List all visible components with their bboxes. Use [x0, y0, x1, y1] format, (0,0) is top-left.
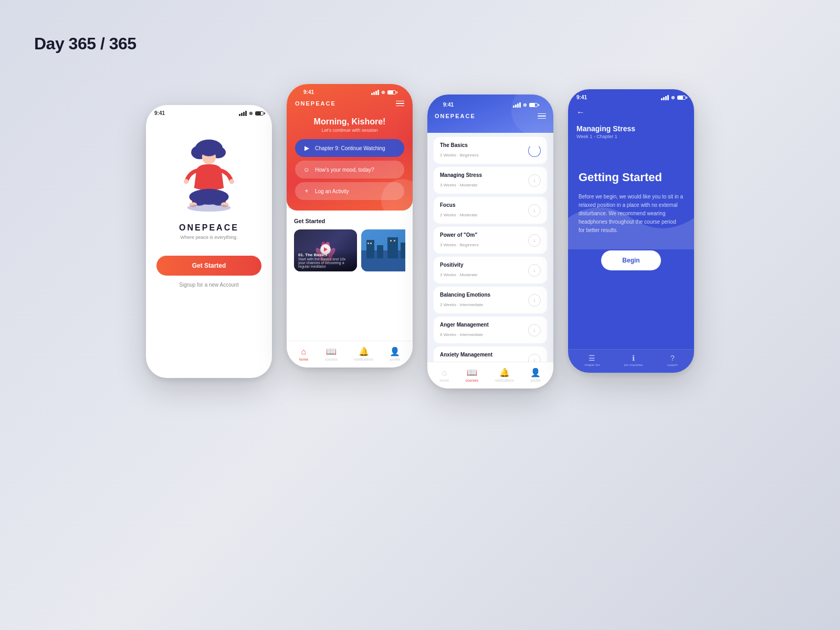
course-name-0: The Basics [440, 142, 479, 148]
nav-profile-label-3: profile [531, 379, 541, 382]
btn2-label: How's your mood, today? [315, 167, 374, 173]
course-meta-2: 2 Weeks · Moderate [440, 213, 477, 217]
app-logo-3: ONEPEACE [435, 113, 476, 119]
course-action-4[interactable]: ↓ [528, 264, 541, 277]
course-item-4[interactable]: Positivity 3 Weeks · Moderate ↓ [434, 257, 547, 284]
nav-chapter-list[interactable]: ☰ chapter list [584, 354, 600, 366]
bottom-nav-3: ⌂ home 📖 courses 🔔 notifications 👤 profi… [427, 362, 553, 388]
course-item-2[interactable]: Focus 2 Weeks · Moderate ↓ [434, 197, 547, 224]
nav-courses-label-3: courses [465, 379, 478, 382]
wave-decoration [568, 186, 694, 249]
nav-home-label-2: home [299, 358, 309, 361]
signup-link[interactable]: Signup for a new Account [179, 282, 238, 288]
course-info-7: Anxiety Management 10 Weeks · Moderate [440, 352, 492, 362]
battery-3 [529, 103, 538, 107]
course-action-5[interactable]: ↓ [528, 294, 541, 307]
nav-profile-2[interactable]: 👤 profile [390, 346, 400, 361]
course-meta-6: 6 Weeks · Intermediate [440, 332, 483, 337]
svg-rect-27 [368, 243, 369, 244]
courses-icon-2: 📖 [326, 346, 337, 356]
status-bar-2: 9:41 ⊛ [295, 84, 404, 97]
cards-row: 01. The Basics Start with the Basics and… [294, 229, 405, 271]
nav-pre-requisites[interactable]: ℹ pre requisites [624, 354, 643, 366]
course-item-5[interactable]: Balancing Emotions 2 Weeks · Intermediat… [434, 287, 547, 313]
course-action-6[interactable]: ↓ [528, 324, 541, 337]
nav-notifications-3[interactable]: 🔔 notifications [495, 368, 514, 382]
support-label: support [667, 363, 678, 366]
status-icons-2: ⊛ [371, 90, 396, 95]
page-title: Day 365 / 365 [34, 34, 136, 54]
get-started-button[interactable]: Get Started [156, 256, 261, 276]
course-info-2: Focus 2 Weeks · Moderate [440, 202, 477, 218]
home-icon-2: ⌂ [301, 347, 307, 356]
svg-rect-29 [390, 240, 392, 242]
nav-support[interactable]: ? support [667, 354, 678, 366]
card-basics[interactable]: 01. The Basics Start with the Basics and… [294, 229, 357, 271]
chapter-subtitle: Week 1 - Chapter 1 [576, 134, 686, 139]
action-buttons: ▶ Chapter 9: Continue Watching ☺ How's y… [295, 139, 404, 200]
course-item-3[interactable]: Power of "Om" 3 Weeks · Beginners ↓ [434, 227, 547, 254]
time-3: 9:41 [443, 102, 454, 108]
greeting-text: Morning, Kishore! [295, 117, 404, 127]
card-sub: Start with the Basics and 10x your chanc… [298, 257, 353, 268]
hamburger-menu[interactable] [396, 101, 404, 107]
continue-watching-btn[interactable]: ▶ Chapter 9: Continue Watching [295, 139, 404, 157]
nav-profile-3[interactable]: 👤 profile [530, 368, 541, 382]
nav-home-3[interactable]: ⌂ home [440, 368, 449, 382]
time-1: 9:41 [154, 110, 165, 116]
battery-4 [677, 96, 686, 100]
course-name-3: Power of "Om" [440, 232, 479, 238]
mood-icon: ☺ [302, 165, 311, 174]
course-meta-5: 2 Weeks · Intermediate [440, 302, 483, 307]
course-meta-0: 2 Weeks · Beginners [440, 153, 479, 158]
course-action-1[interactable]: ↓ [528, 174, 541, 187]
nav-notifications-2[interactable]: 🔔 notifications [354, 346, 373, 361]
hamburger-menu-3[interactable] [538, 113, 546, 119]
course-action-3[interactable]: ↓ [528, 234, 541, 247]
nav-courses-3[interactable]: 📖 courses [465, 368, 478, 382]
battery-icon-1 [255, 111, 264, 116]
btn3-label: Log an Activity [315, 188, 349, 194]
chapter-list-icon: ☰ [589, 354, 595, 362]
svg-rect-24 [387, 237, 398, 258]
plus-icon: + [302, 187, 311, 195]
log-activity-btn[interactable]: + Log an Activity [295, 182, 404, 200]
greeting-sub: Let's continue with session [295, 128, 404, 133]
home-header: 9:41 ⊛ ONEPEACE Morning, Kishore! Let's [287, 84, 413, 211]
app-name-splash: ONEPEACE [179, 223, 239, 233]
phone-courses: 9:41 ⊛ ONEPEACE The B [427, 94, 553, 388]
card-city[interactable] [361, 229, 405, 271]
course-info-0: The Basics 2 Weeks · Beginners [440, 142, 479, 159]
status-bar-1: 9:41 ⊛ [146, 105, 272, 118]
course-action-0[interactable] [528, 144, 541, 157]
svg-point-4 [201, 146, 217, 156]
battery-2 [387, 90, 396, 94]
svg-point-6 [229, 179, 234, 184]
status-icons-3: ⊛ [513, 102, 538, 108]
course-item-7[interactable]: Anxiety Management 10 Weeks · Moderate ↓ [434, 346, 547, 362]
course-info-6: Anger Management 6 Weeks · Intermediate [440, 322, 489, 338]
course-item-1[interactable]: Managing Stress 3 Weeks · Moderate ↓ [434, 167, 547, 194]
nav-home-label-3: home [440, 379, 449, 382]
course-item-6[interactable]: Anger Management 6 Weeks · Intermediate … [434, 317, 547, 343]
begin-button[interactable]: Begin [601, 250, 660, 270]
chapter-header: ← Managing Stress Week 1 - Chapter 1 [568, 102, 694, 139]
nav-home-2[interactable]: ⌂ home [299, 347, 309, 361]
nav-courses-2[interactable]: 📖 courses [324, 346, 338, 361]
course-action-7[interactable]: ↓ [528, 354, 541, 362]
svg-rect-23 [377, 245, 383, 258]
profile-icon-3: 👤 [530, 368, 541, 377]
nav-notif-label-3: notifications [495, 379, 514, 382]
course-action-2[interactable]: ↓ [528, 204, 541, 217]
course-item-0[interactable]: The Basics 2 Weeks · Beginners [434, 137, 547, 164]
course-name-1: Managing Stress [440, 172, 482, 178]
back-button[interactable]: ← [576, 104, 585, 120]
mood-btn[interactable]: ☺ How's your mood, today? [295, 161, 404, 178]
course-info-3: Power of "Om" 3 Weeks · Beginners [440, 232, 479, 248]
profile-icon-2: 👤 [390, 346, 400, 356]
section-title: Get Started [294, 218, 405, 224]
phone-splash: 9:41 ⊛ [146, 105, 272, 378]
courses-header: 9:41 ⊛ ONEPEACE [427, 94, 553, 133]
svg-rect-25 [401, 243, 405, 258]
course-name-6: Anger Management [440, 322, 489, 328]
